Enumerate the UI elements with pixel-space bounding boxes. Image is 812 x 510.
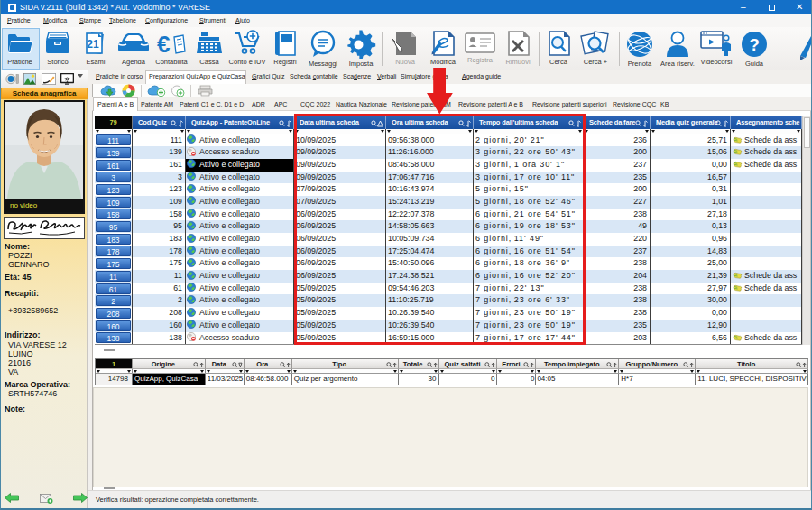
svg-text:21: 21 xyxy=(87,38,99,51)
svg-text:€: € xyxy=(157,31,170,57)
svg-text:?: ? xyxy=(749,35,760,54)
